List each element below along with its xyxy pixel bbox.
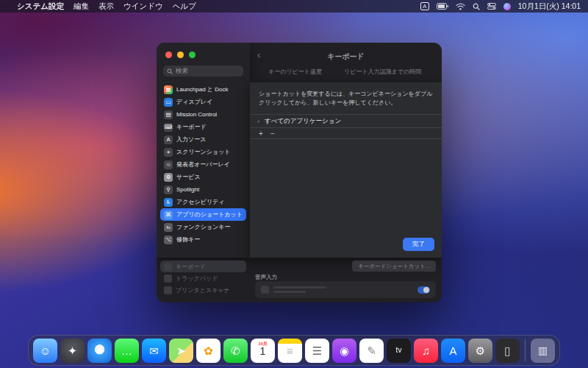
behind-content: キーボードショートカット... 音声入力	[255, 258, 436, 302]
dock-app-maps[interactable]: ➤	[169, 339, 193, 363]
sidebar-item-launchpad-dock[interactable]: ▦Launchpad と Dock	[160, 83, 246, 96]
sidebar-item-app-shortcuts[interactable]: ⌘アプリのショートカット	[160, 208, 246, 221]
sidebar-item-presenter-overlay[interactable]: ☺発表者オーバーレイ	[160, 158, 246, 171]
behind-sidebar-item: キーボード	[160, 261, 246, 272]
accessibility-icon: ♿	[164, 198, 173, 207]
remove-shortcut-button[interactable]: −	[268, 129, 278, 138]
control-center-icon[interactable]	[487, 3, 496, 10]
menu-bar-status: A 10月1日(火) 14:01	[420, 1, 581, 12]
dock-app-music[interactable]: ♫	[414, 339, 438, 363]
placeholder-text-bars	[273, 286, 326, 293]
behind-sidebar-label: プリンタとスキャナ	[176, 286, 230, 294]
app-icon	[164, 286, 172, 294]
done-button[interactable]: 完了	[403, 238, 434, 251]
menu-help[interactable]: ヘルプ	[173, 1, 196, 12]
siri-icon[interactable]	[503, 3, 511, 10]
shortcuts-sheet-sidebar: 検索 ▦Launchpad と Dock▭ディスプレイ▤Mission Cont…	[157, 43, 250, 258]
menu-window[interactable]: ウインドウ	[123, 1, 163, 12]
dock-app-iphone-mirroring[interactable]: ▯	[495, 339, 520, 363]
podcasts-icon: ◉	[340, 345, 349, 356]
iphone-mirroring-icon: ▯	[504, 345, 510, 356]
battery-icon[interactable]	[437, 3, 448, 10]
dock-app-reminders[interactable]: ☰	[305, 339, 329, 363]
menu-bar: システム設定 編集 表示 ウインドウ ヘルプ A 10月1日(火) 14:01	[0, 0, 588, 13]
sidebar-item-mission-control[interactable]: ▤Mission Control	[160, 108, 246, 121]
dock-trash[interactable]: ▥	[531, 339, 555, 363]
zoom-button[interactable]	[189, 52, 196, 58]
menu-view[interactable]: 表示	[98, 1, 114, 12]
system-settings-window: ‹ キーボード キーのリピート速度 リピート入力認識までの時間 検索 ▦Laun…	[157, 43, 442, 302]
dock-app-photos[interactable]: ✿	[196, 339, 220, 363]
microphone-icon	[261, 286, 269, 294]
wifi-icon[interactable]	[456, 3, 465, 10]
close-button[interactable]	[165, 52, 172, 58]
freeform-icon: ✎	[367, 345, 376, 356]
disclosure-chevron-icon[interactable]: ›	[257, 118, 259, 125]
dock-app-settings[interactable]: ⚙	[468, 339, 492, 363]
notes-icon: ≡	[287, 345, 293, 356]
behind-sidebar-label: キーボード	[176, 263, 206, 271]
app-icon	[164, 263, 172, 271]
menu-clock[interactable]: 10月1日(火) 14:01	[518, 1, 581, 12]
search-placeholder: 検索	[176, 67, 188, 76]
dock-app-podcasts[interactable]: ◉	[332, 339, 356, 363]
sidebar-item-accessibility[interactable]: ♿アクセシビリティ	[160, 196, 246, 208]
voice-input-toggle	[417, 286, 430, 294]
menu-app-name[interactable]: システム設定	[17, 1, 64, 12]
sidebar-item-spotlight[interactable]: ⚲Spotlight	[160, 183, 246, 196]
trash-icon: ▥	[538, 345, 548, 355]
app-shortcuts-icon: ⌘	[164, 210, 173, 219]
sidebar-item-screenshots[interactable]: ⌖スクリーンショット	[160, 146, 246, 158]
launchpad-icon: ✦	[68, 345, 77, 356]
dock-app-launchpad[interactable]: ✦	[60, 339, 85, 363]
add-shortcut-button[interactable]: +	[256, 129, 266, 138]
sidebar-item-label: キーボード	[176, 123, 207, 131]
presenter-overlay-icon: ☺	[164, 160, 173, 169]
services-gear-icon: ⚙	[164, 173, 173, 182]
all-applications-row[interactable]: › すべてのアプリケーション	[250, 115, 442, 128]
search-field-icon	[167, 68, 173, 74]
search-input[interactable]: 検索	[163, 66, 243, 77]
pane-title: キーボード	[250, 52, 442, 62]
sidebar-item-label: Launchpad と Dock	[176, 85, 228, 93]
dock-app-notes[interactable]: ≡	[278, 339, 302, 363]
dock-app-messages[interactable]: …	[115, 339, 139, 363]
dock-app-safari[interactable]: ✦	[87, 339, 112, 363]
dock: ☺✦✦…✉➤✿✆10月1≡☰◉✎tv♫A⚙▯ ▥	[28, 335, 560, 366]
dock-app-freeform[interactable]: ✎	[359, 339, 384, 363]
spotlight-icon: ⚲	[164, 185, 173, 194]
modifier-keys-icon: ⌥	[164, 236, 173, 244]
sidebar-item-function-keys[interactable]: fnファンクションキー	[160, 221, 246, 233]
sidebar-item-modifier-keys[interactable]: ⌥修飾キー	[160, 233, 246, 246]
dock-app-calendar[interactable]: 10月1	[251, 339, 275, 363]
dock-divider	[525, 339, 526, 361]
sidebar-item-label: スクリーンショット	[176, 148, 231, 156]
mail-icon: ✉	[149, 345, 159, 356]
sidebar-item-label: アクセシビリティ	[176, 198, 225, 206]
voice-input-row-dimmed	[255, 281, 436, 298]
sidebar-item-services[interactable]: ⚙サービス	[160, 171, 246, 183]
keyboard-pane-dimmed-bottom: キーボードトラックパッドプリンタとスキャナ キーボードショートカット... 音声…	[157, 258, 442, 302]
dock-app-facetime[interactable]: ✆	[223, 339, 248, 363]
search-icon[interactable]	[473, 3, 480, 10]
facetime-icon: ✆	[231, 345, 240, 356]
sidebar-item-display[interactable]: ▭ディスプレイ	[160, 96, 246, 108]
voice-input-section-label: 音声入力	[255, 274, 277, 281]
input-source-icon[interactable]: A	[420, 2, 429, 10]
dock-app-tv[interactable]: tv	[387, 339, 411, 363]
dock-app-finder[interactable]: ☺	[33, 339, 57, 363]
window-controls	[165, 52, 196, 58]
minimize-button[interactable]	[177, 52, 184, 58]
sidebar-item-label: Mission Control	[176, 111, 217, 118]
photos-icon: ✿	[204, 345, 213, 356]
dock-app-mail[interactable]: ✉	[142, 339, 166, 363]
maps-icon: ➤	[176, 345, 186, 356]
settings-icon: ⚙	[476, 345, 485, 356]
mission-control-icon: ▤	[164, 110, 173, 119]
sidebar-item-keyboard[interactable]: ⌨キーボード	[160, 121, 246, 133]
shortcut-category-list: ▦Launchpad と Dock▭ディスプレイ▤Mission Control…	[160, 83, 246, 246]
dock-app-appstore[interactable]: A	[441, 339, 465, 363]
menu-edit[interactable]: 編集	[74, 1, 89, 12]
delay-until-repeat-label: リピート入力認識までの時間	[344, 68, 421, 76]
sidebar-item-input-sources[interactable]: A入力ソース	[160, 133, 246, 146]
